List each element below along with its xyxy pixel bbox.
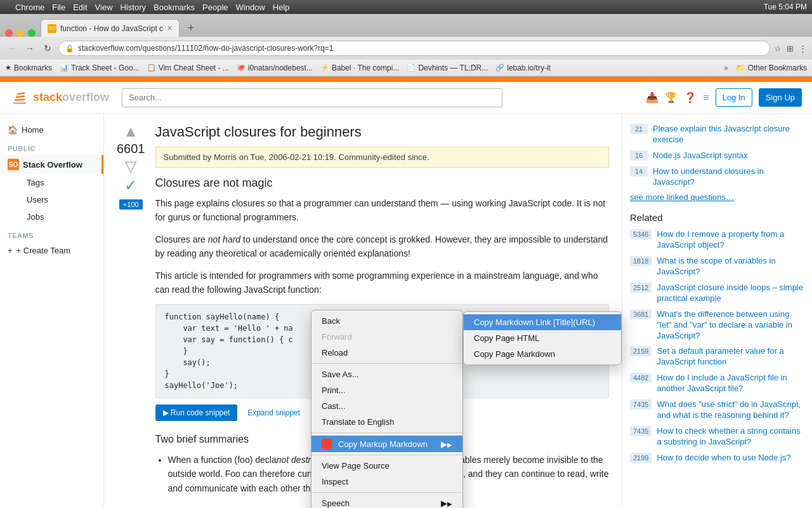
svg-rect-0 (10, 88, 29, 107)
sidebar-tags-label: Tags (27, 178, 44, 187)
other-bookmarks[interactable]: 📁 Other Bookmarks (736, 64, 807, 72)
browser-menu-icon[interactable]: ⋮ (799, 44, 807, 53)
related-link-4[interactable]: Set a default parameter value for a Java… (657, 346, 804, 368)
related-link-5[interactable]: How do I include a JavaScript file in an… (657, 373, 804, 394)
traffic-light-close[interactable] (5, 29, 13, 37)
active-tab[interactable]: SO function - How do JavaScript c ✕ (41, 19, 180, 37)
url-bar[interactable]: 🔒 stackoverflow.com/questions/111102/how… (58, 41, 770, 56)
vote-up-button[interactable]: ▲ (123, 124, 138, 139)
browser-extensions-icon[interactable]: ⊞ (787, 44, 794, 53)
related-link-0[interactable]: How do I remove a property from a JavaSc… (657, 229, 804, 251)
related-link-2[interactable]: JavaScript closure inside loops – simple… (657, 283, 804, 304)
sidebar-item-stackoverflow[interactable]: SO Stack Overflow (0, 155, 103, 174)
bookmark-devhints-icon: 📄 (407, 64, 416, 72)
login-button[interactable]: Log In (716, 88, 752, 107)
bookmark-tracksheet-icon: 📊 (60, 64, 69, 72)
ctx-reload[interactable]: Reload (311, 345, 462, 361)
search-input[interactable] (122, 88, 502, 107)
sidebar-item-create-team[interactable]: + + Create Team (0, 242, 103, 259)
traffic-light-fullscreen[interactable] (28, 29, 36, 37)
new-tab-button[interactable]: + (182, 19, 200, 37)
url-text: stackoverflow.com/questions/111102/how-d… (78, 44, 763, 53)
sidebar-item-tags[interactable]: Tags (0, 174, 103, 191)
bookmark-devhints[interactable]: 📄 Devhints — TL;DR... (407, 64, 488, 72)
ctx-save-as[interactable]: Save As... (311, 366, 462, 382)
ctx-cast[interactable]: Cast... (311, 398, 462, 414)
so-header: stackoverflow 📥 🏆 ❓ ≡ Log In Sign Up (0, 82, 812, 114)
inbox-icon[interactable]: 📥 (646, 91, 658, 104)
ctx-print[interactable]: Print... (311, 382, 462, 398)
related-link-8[interactable]: How to decide when to use Node.js? (657, 453, 790, 464)
menu-chrome[interactable]: Chrome (15, 3, 44, 12)
sub-ctx-html[interactable]: Copy Page HTML (464, 330, 621, 346)
so-site-icon: SO (8, 159, 19, 170)
answer-p3: This article is intended for programmers… (155, 269, 610, 297)
context-menu: Back Forward Reload Save As... Print... … (311, 310, 463, 508)
sidebar-item-jobs[interactable]: Jobs (0, 208, 103, 225)
expand-snippet-link[interactable]: Expand snippet (247, 408, 300, 417)
sidebar-jobs-label: Jobs (27, 212, 44, 222)
menu-view[interactable]: View (95, 3, 113, 12)
linked-link-0[interactable]: Please explain this Javascript closure e… (653, 124, 804, 145)
forward-button[interactable]: → (23, 41, 37, 55)
menu-file[interactable]: File (52, 3, 65, 12)
so-logo-text: stackoverflow (33, 91, 109, 104)
achievements-icon[interactable]: 🏆 (665, 91, 678, 104)
related-link-7[interactable]: How to check whether a string contains a… (657, 426, 804, 448)
bookmark-bookmarks[interactable]: ★ Bookmarks (5, 64, 52, 72)
see-more-link[interactable]: see more linked questions… (630, 192, 804, 202)
related-score-5: 4482 (630, 373, 652, 383)
menu-people[interactable]: People (202, 3, 228, 12)
ctx-speech[interactable]: Speech ▶ (311, 495, 462, 508)
ctx-copy-markup[interactable]: Copy Markup Markdown ▶ (311, 436, 462, 452)
sidebar-item-home[interactable]: 🏠 Home (0, 121, 103, 138)
related-link-1[interactable]: What is the scope of variables in JavaSc… (657, 256, 804, 277)
ctx-speech-label: Speech (322, 498, 350, 508)
related-link-6[interactable]: What does "use strict" do in JavaScript,… (657, 399, 804, 421)
menu-history[interactable]: History (121, 3, 146, 12)
so-logo[interactable]: stackoverflow (10, 88, 109, 107)
traffic-light-minimize[interactable] (16, 29, 24, 37)
ctx-print-label: Print... (322, 385, 346, 395)
signup-button[interactable]: Sign Up (759, 88, 802, 107)
menu-window[interactable]: Window (236, 3, 265, 12)
menu-bookmarks[interactable]: Bookmarks (154, 3, 195, 12)
bookmark-babel[interactable]: ⚡ Babel · The compi... (320, 64, 400, 72)
vote-down-button[interactable]: ▽ (125, 159, 136, 174)
ctx-inspect[interactable]: Inspect (311, 474, 462, 490)
sidebar-item-users[interactable]: Users (0, 191, 103, 208)
menu-help[interactable]: Help (273, 3, 290, 12)
url-host: stackoverflow.com (78, 44, 140, 53)
related-header: Related (630, 212, 804, 223)
browser-chrome: SO function - How do JavaScript c ✕ + ← … (0, 14, 812, 77)
related-item-5: 4482 How do I include a JavaScript file … (630, 373, 804, 394)
help-icon[interactable]: ❓ (684, 91, 697, 104)
related-score-7: 7435 (630, 426, 652, 436)
bookmark-star-icon[interactable]: ☆ (774, 44, 782, 53)
bookmark-tracksheet[interactable]: 📊 Track Sheet - Goo... (60, 64, 140, 72)
mod-icon[interactable]: ≡ (703, 92, 709, 104)
related-link-3[interactable]: What's the difference between using "let… (657, 309, 804, 342)
community-notice: Submitted by Morris on Tue, 2006-02-21 1… (155, 147, 610, 168)
sub-ctx-markdown[interactable]: Copy Page Markdown (464, 346, 621, 362)
sub-ctx-markdown-link[interactable]: Copy Markdown Link [Title](URL) (464, 314, 621, 330)
ctx-translate-label: Translate to English (322, 417, 394, 427)
bookmarks-more-button[interactable]: » (724, 64, 728, 72)
run-code-button[interactable]: ▶ Run code snippet (155, 404, 238, 421)
bookmark-ionatan[interactable]: 🐙 i0natan/nodebest... (237, 64, 313, 72)
bookmark-lebab[interactable]: 🔗 lebab.io/try-it (495, 64, 551, 72)
related-score-0: 5346 (630, 229, 652, 239)
tab-close-button[interactable]: ✕ (167, 24, 173, 32)
linked-link-2[interactable]: How to understand closures in Javascript… (653, 166, 804, 188)
ctx-view-source[interactable]: View Page Source (311, 458, 462, 474)
linked-link-1[interactable]: Node.js JavaScript syntax (653, 150, 748, 161)
back-button[interactable]: ← (5, 41, 19, 55)
ctx-translate[interactable]: Translate to English (311, 414, 462, 430)
bookmark-vim-icon: 📋 (147, 64, 156, 72)
ctx-back[interactable]: Back (311, 313, 462, 329)
address-bar-icons: ☆ ⊞ ⋮ (774, 44, 807, 53)
bookmark-vim[interactable]: 📋 Vim Cheat Sheet - ... (147, 64, 229, 72)
menu-edit[interactable]: Edit (73, 3, 87, 12)
reload-button[interactable]: ↻ (41, 41, 55, 55)
linked-section: 21 Please explain this Javascript closur… (630, 124, 804, 202)
